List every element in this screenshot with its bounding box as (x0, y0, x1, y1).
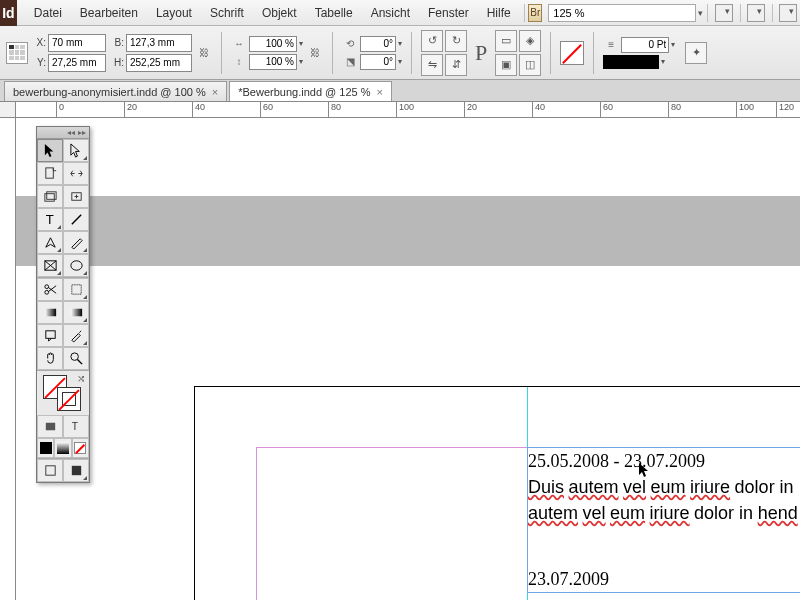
paragraph-indicator-icon: P (475, 40, 487, 66)
scissors-tool[interactable] (37, 278, 63, 301)
gap-tool[interactable] (63, 162, 89, 185)
zoom-select[interactable] (548, 4, 696, 22)
text-frame[interactable]: 25.05.2008 - 23.07.2009 Duis autem vel e… (527, 447, 800, 593)
height-input[interactable] (126, 54, 192, 72)
pencil-tool[interactable] (63, 231, 89, 254)
text-line: autem vel eum iriure dolor in hend (528, 500, 800, 526)
fit-content-icon[interactable]: ▣ (495, 54, 517, 76)
svg-rect-22 (45, 466, 54, 475)
rotate-input[interactable] (360, 36, 396, 52)
svg-rect-16 (70, 309, 81, 317)
doc-tab-0[interactable]: bewerbung-anonymisiert.indd @ 100 % × (4, 81, 227, 101)
menu-table[interactable]: Tabelle (306, 0, 362, 26)
arrange-dropdown[interactable] (747, 4, 765, 22)
hand-tool[interactable] (37, 347, 63, 370)
rotate-cw-icon[interactable]: ↻ (445, 30, 467, 52)
rectangle-tool[interactable] (63, 254, 89, 277)
view-mode-normal-icon[interactable] (37, 459, 63, 482)
menu-layout[interactable]: Layout (147, 0, 201, 26)
formatting-text-icon[interactable]: T (63, 415, 89, 438)
select-container-icon[interactable]: ▭ (495, 30, 517, 52)
doc-tab-label: *Bewerbung.indd @ 125 % (238, 86, 370, 98)
eyedropper-tool[interactable] (63, 324, 89, 347)
tools-panel[interactable]: ◂◂▸▸ T ⤭ T (36, 126, 90, 483)
panel-header[interactable]: ◂◂▸▸ (37, 127, 89, 139)
fill-stroke-control[interactable]: ⤭ (37, 371, 89, 415)
vertical-ruler[interactable] (0, 102, 16, 600)
doc-tab-1[interactable]: *Bewerbung.indd @ 125 % × (229, 81, 392, 101)
line-tool[interactable] (63, 208, 89, 231)
menu-type[interactable]: Schrift (201, 0, 253, 26)
constrain-scale-icon[interactable]: ⛓ (307, 45, 323, 61)
close-icon[interactable]: × (376, 86, 382, 98)
text-line: Duis autem vel eum iriure dolor in h (528, 474, 800, 500)
screen-mode-dropdown[interactable] (715, 4, 733, 22)
w-label: B: (110, 37, 124, 48)
page-tool[interactable] (37, 162, 63, 185)
swap-fill-stroke-icon[interactable]: ⤭ (77, 373, 85, 384)
x-label: X: (32, 37, 46, 48)
ruler-origin[interactable] (0, 102, 16, 118)
menu-help[interactable]: Hilfe (478, 0, 520, 26)
apply-gradient-icon[interactable] (54, 438, 71, 458)
y-input[interactable] (48, 54, 106, 72)
svg-point-9 (70, 261, 81, 270)
ruler-tick: 20 (124, 102, 137, 117)
flip-v-icon[interactable]: ⇵ (445, 54, 467, 76)
fit-frame-icon[interactable]: ◫ (519, 54, 541, 76)
scale-y-icon: ↕ (231, 54, 247, 70)
width-input[interactable] (126, 34, 192, 52)
content-collector-tool[interactable] (37, 185, 63, 208)
menu-file[interactable]: Datei (25, 0, 71, 26)
x-input[interactable] (48, 34, 106, 52)
document-canvas[interactable]: 25.05.2008 - 23.07.2009 Duis autem vel e… (16, 118, 800, 600)
svg-text:T: T (45, 212, 53, 227)
quick-apply-icon[interactable]: ✦ (685, 42, 707, 64)
rotate-ccw-icon[interactable]: ↺ (421, 30, 443, 52)
free-transform-tool[interactable] (63, 278, 89, 301)
bridge-button[interactable]: Br (528, 4, 542, 22)
stroke-weight-input[interactable] (621, 37, 669, 53)
svg-rect-20 (45, 423, 54, 431)
menu-view[interactable]: Ansicht (362, 0, 419, 26)
gradient-feather-tool[interactable] (63, 301, 89, 324)
menu-window[interactable]: Fenster (419, 0, 478, 26)
h-label: H: (110, 57, 124, 68)
apply-color-icon[interactable] (37, 438, 54, 458)
svg-rect-23 (71, 466, 80, 475)
constrain-wh-icon[interactable]: ⛓ (196, 45, 212, 61)
view-mode-preview-icon[interactable] (63, 459, 89, 482)
rectangle-frame-tool[interactable] (37, 254, 63, 277)
shear-input[interactable] (360, 54, 396, 70)
content-placer-tool[interactable] (63, 185, 89, 208)
horizontal-ruler[interactable]: 0 20 40 60 80 100 20 40 60 80 100 120 (16, 102, 800, 118)
stroke-style-dropdown[interactable] (603, 55, 659, 69)
type-tool[interactable]: T (37, 208, 63, 231)
stroke-swatch-box[interactable] (57, 387, 81, 411)
note-tool[interactable] (37, 324, 63, 347)
select-content-icon[interactable]: ◈ (519, 30, 541, 52)
svg-rect-0 (45, 168, 53, 178)
fill-swatch[interactable] (560, 41, 584, 65)
formatting-container-icon[interactable] (37, 415, 63, 438)
workspace-dropdown[interactable] (779, 4, 797, 22)
menu-object[interactable]: Objekt (253, 0, 306, 26)
reference-point[interactable] (6, 42, 28, 64)
rotate-icon: ⟲ (342, 36, 358, 52)
scale-x-input[interactable] (249, 36, 297, 52)
ruler-tick: 80 (668, 102, 681, 117)
gradient-swatch-tool[interactable] (37, 301, 63, 324)
page[interactable]: 25.05.2008 - 23.07.2009 Duis autem vel e… (194, 386, 800, 600)
zoom-tool[interactable] (63, 347, 89, 370)
scale-y-input[interactable] (249, 54, 297, 70)
svg-rect-17 (45, 331, 54, 339)
direct-selection-tool[interactable] (63, 139, 89, 162)
flip-h-icon[interactable]: ⇋ (421, 54, 443, 76)
selection-tool[interactable] (37, 139, 63, 162)
apply-none-icon[interactable] (72, 438, 89, 458)
ruler-tick: 20 (464, 102, 477, 117)
close-icon[interactable]: × (212, 86, 218, 98)
pen-tool[interactable] (37, 231, 63, 254)
menu-edit[interactable]: Bearbeiten (71, 0, 147, 26)
svg-line-19 (77, 359, 82, 364)
